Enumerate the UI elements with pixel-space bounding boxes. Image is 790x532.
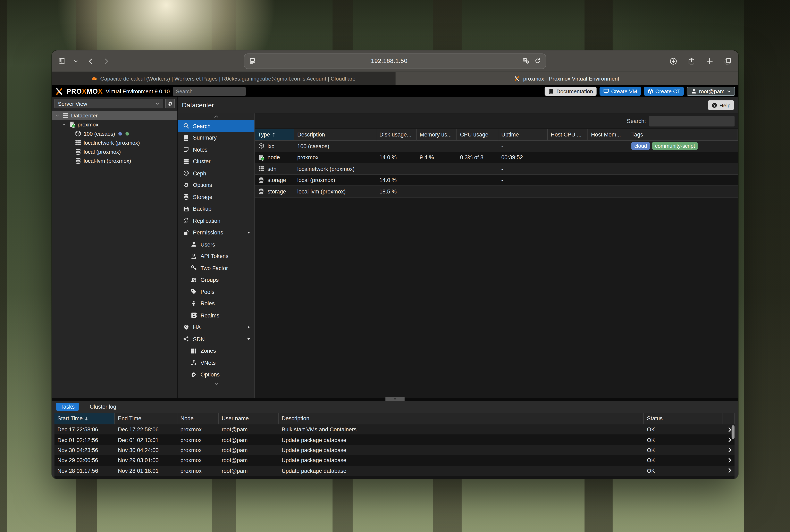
column-header-memory-us[interactable]: Memory us...	[417, 129, 457, 141]
column-header-disk-usage[interactable]: Disk usage...	[377, 129, 417, 141]
toolbar-chevron-down-icon[interactable]	[74, 59, 78, 63]
column-header-host-cpu[interactable]: Host CPU ...	[547, 129, 588, 141]
menu-item-ceph[interactable]: Ceph	[178, 167, 254, 179]
users-icon	[191, 277, 197, 283]
task-row[interactable]: Dec 01 02:12:56Dec 01 02:13:01proxmoxroo…	[55, 435, 735, 445]
cell-host-cpu	[547, 140, 588, 151]
task-row[interactable]	[55, 476, 735, 479]
panel-splitter[interactable]	[52, 398, 738, 401]
cell-start-time: Nov 28 01:17:56	[55, 468, 115, 474]
menu-item-options[interactable]: Options	[178, 179, 254, 191]
user-menu-button[interactable]: root@pam	[687, 87, 735, 96]
translate-icon[interactable]	[522, 57, 529, 64]
menu-scroll-up[interactable]	[178, 113, 254, 120]
column-header-end-time[interactable]: End Time	[115, 413, 177, 424]
back-icon[interactable]	[87, 57, 95, 65]
new-tab-icon[interactable]	[706, 57, 714, 65]
menu-item-cluster[interactable]: Cluster	[178, 155, 254, 167]
sidebar-toggle-icon[interactable]	[58, 57, 66, 65]
tree-item-local-lvm-proxmox[interactable]: local-lvm (proxmox)	[52, 156, 177, 165]
menu-item-ha[interactable]: HA	[178, 321, 254, 333]
menu-item-vnets[interactable]: VNets	[178, 357, 254, 369]
task-row[interactable]: Nov 29 03:00:56Nov 29 03:01:00proxmoxroo…	[55, 455, 735, 466]
table-row-proxmox[interactable]: nodeproxmox14.0 %9.4 %0.3% of 8 ...00:39…	[255, 152, 738, 163]
global-search-input[interactable]	[173, 87, 246, 95]
menu-item-options[interactable]: Options	[178, 369, 254, 381]
floppy-icon	[183, 206, 190, 212]
tree-settings-button[interactable]	[165, 99, 175, 109]
menu-item-summary[interactable]: Summary	[178, 132, 254, 144]
menu-item-realms[interactable]: Realms	[178, 309, 254, 321]
content-row: SearchSummaryNotesClusterCephOptionsStor…	[178, 113, 738, 398]
heart-icon	[183, 324, 190, 330]
cell-user-name: root@pam	[218, 437, 278, 443]
tree-item-label: local-lvm (proxmox)	[83, 158, 131, 164]
create-vm-button[interactable]: Create VM	[599, 87, 641, 96]
tasks-scrollbar-thumb[interactable]	[732, 425, 735, 439]
column-header-node[interactable]: Node	[177, 413, 219, 424]
column-header-start-time[interactable]: Start Time	[55, 413, 115, 424]
column-header-host-mem[interactable]: Host Mem...	[588, 129, 628, 141]
column-header-tags[interactable]: Tags	[628, 129, 738, 141]
tree-item-datacenter[interactable]: Datacenter	[52, 111, 177, 120]
menu-item-storage[interactable]: Storage	[178, 191, 254, 203]
panel-splitter-handle[interactable]	[385, 397, 404, 401]
menu-item-zones[interactable]: Zones	[178, 345, 254, 357]
menu-item-sdn[interactable]: SDN	[178, 333, 254, 345]
tree-item-100-casaos[interactable]: 100 (casaos)	[52, 129, 177, 138]
menu-item-notes[interactable]: Notes	[178, 144, 254, 155]
column-header-cpu-usage[interactable]: CPU usage	[457, 129, 498, 141]
table-row-localnetwork-proxmox[interactable]: sdnlocalnetwork (proxmox)-	[255, 163, 738, 175]
create-ct-button[interactable]: Create CT	[644, 87, 684, 96]
column-header-user-name[interactable]: User name	[218, 413, 278, 424]
tree-item-local-proxmox[interactable]: local (proxmox)	[52, 147, 177, 156]
column-header-description[interactable]: Description	[278, 413, 644, 424]
cell-node: proxmox	[177, 426, 219, 433]
browser-tab-proxmox[interactable]: proxmox - Proxmox Virtual Environment	[395, 72, 738, 85]
table-row-100-casaos[interactable]: lxc100 (casaos)-cloudcommunity-script	[255, 140, 738, 152]
menu-item-pools[interactable]: Pools	[178, 286, 254, 298]
user-label: root@pam	[699, 88, 725, 94]
tree-item-proxmox[interactable]: proxmox	[52, 120, 177, 129]
table-row-local-lvm-proxmox[interactable]: storagelocal-lvm (proxmox)18.5 %-	[255, 186, 738, 197]
menu-item-label: SDN	[193, 336, 205, 342]
tree-item-localnetwork-proxmox[interactable]: localnetwork (proxmox)	[52, 138, 177, 147]
tag-icon	[191, 288, 197, 295]
tab-overview-icon[interactable]	[724, 57, 732, 65]
resource-search-input[interactable]	[649, 116, 734, 126]
browser-tab-cloudflare[interactable]: Capacité de calcul (Workers) | Workers e…	[52, 72, 395, 85]
cell-node: proxmox	[177, 447, 219, 453]
menu-item-backup[interactable]: Backup	[178, 203, 254, 215]
forward-icon[interactable]	[102, 57, 110, 65]
column-header-type[interactable]: Type	[255, 129, 294, 141]
column-header-label: Description	[297, 132, 325, 138]
menu-item-groups[interactable]: Groups	[178, 274, 254, 286]
menu-item-api-tokens[interactable]: API Tokens	[178, 250, 254, 262]
downloads-icon[interactable]	[669, 57, 678, 65]
help-button[interactable]: Help	[708, 100, 734, 110]
documentation-button[interactable]: Documentation	[545, 87, 596, 96]
menu-item-replication[interactable]: Replication	[178, 215, 254, 227]
menu-item-two-factor[interactable]: Two Factor	[178, 262, 254, 274]
menu-scroll-down[interactable]	[178, 381, 254, 387]
share-icon[interactable]	[687, 57, 696, 65]
reload-icon[interactable]	[534, 57, 541, 64]
reader-icon[interactable]	[249, 57, 256, 64]
storage-icon	[258, 177, 265, 184]
table-row-local-proxmox[interactable]: storagelocal (proxmox)14.0 %-	[255, 175, 738, 186]
column-header-uptime[interactable]: Uptime	[498, 129, 547, 141]
menu-item-users[interactable]: Users	[178, 238, 254, 250]
task-row[interactable]: Dec 17 22:58:06Dec 17 22:58:06proxmoxroo…	[55, 424, 735, 435]
tab-cluster-log[interactable]: Cluster log	[85, 403, 121, 411]
menu-item-permissions[interactable]: Permissions	[178, 226, 254, 238]
tab-tasks[interactable]: Tasks	[56, 403, 79, 411]
task-row[interactable]: Nov 30 04:23:56Nov 30 04:24:00proxmoxroo…	[55, 445, 735, 455]
task-row[interactable]: Nov 28 01:17:56Nov 28 01:18:01proxmoxroo…	[55, 466, 735, 476]
address-bar[interactable]: 192.168.1.50	[244, 53, 546, 69]
view-selector[interactable]: Server View	[55, 99, 163, 109]
menu-item-roles[interactable]: Roles	[178, 298, 254, 309]
column-header-status[interactable]: Status	[644, 413, 722, 424]
column-header-description[interactable]: Description	[294, 129, 377, 141]
cell-tags	[628, 175, 738, 186]
menu-item-search[interactable]: Search	[178, 120, 254, 132]
